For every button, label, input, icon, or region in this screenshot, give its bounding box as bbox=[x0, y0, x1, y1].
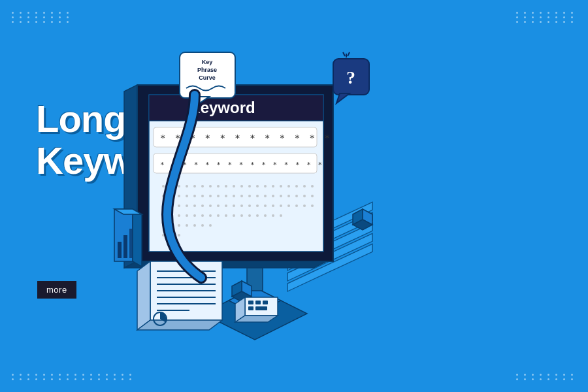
svg-point-48 bbox=[233, 195, 235, 197]
svg-rect-143 bbox=[255, 301, 261, 304]
svg-point-31 bbox=[256, 185, 259, 188]
svg-point-21 bbox=[178, 185, 180, 188]
svg-point-66 bbox=[217, 204, 220, 207]
svg-point-82 bbox=[186, 214, 188, 217]
svg-point-84 bbox=[201, 214, 204, 217]
svg-point-49 bbox=[240, 195, 243, 197]
svg-point-61 bbox=[178, 204, 180, 207]
svg-point-28 bbox=[233, 185, 235, 188]
svg-point-100 bbox=[201, 224, 204, 227]
svg-point-37 bbox=[303, 185, 306, 188]
svg-point-27 bbox=[225, 185, 227, 188]
svg-point-55 bbox=[287, 195, 290, 197]
svg-point-81 bbox=[178, 214, 180, 217]
svg-point-68 bbox=[233, 204, 235, 207]
svg-point-41 bbox=[178, 195, 180, 197]
svg-point-64 bbox=[201, 204, 204, 207]
svg-point-65 bbox=[209, 204, 212, 207]
svg-point-74 bbox=[280, 204, 282, 207]
svg-point-85 bbox=[209, 214, 212, 217]
svg-point-71 bbox=[256, 204, 259, 207]
svg-point-36 bbox=[295, 185, 298, 188]
svg-point-35 bbox=[287, 185, 290, 188]
svg-point-29 bbox=[240, 185, 243, 188]
svg-point-86 bbox=[217, 214, 220, 217]
svg-text:?: ? bbox=[346, 67, 355, 88]
dots-bottom-right bbox=[516, 374, 576, 380]
svg-text:* * * * * * * * * * * * * * *: * * * * * * * * * * * * * * * bbox=[160, 161, 323, 169]
svg-line-135 bbox=[348, 52, 350, 56]
svg-point-88 bbox=[233, 214, 235, 217]
svg-point-23 bbox=[193, 185, 196, 188]
svg-rect-142 bbox=[248, 301, 253, 304]
svg-marker-106 bbox=[137, 261, 150, 330]
svg-point-62 bbox=[186, 204, 188, 207]
svg-point-87 bbox=[225, 214, 227, 217]
svg-rect-122 bbox=[118, 242, 122, 258]
svg-point-42 bbox=[186, 195, 188, 197]
svg-point-101 bbox=[209, 224, 212, 227]
svg-point-58 bbox=[311, 195, 314, 197]
illustration: Keyword * * * * * * * * * * * * * * * * … bbox=[52, 20, 412, 359]
svg-point-91 bbox=[256, 214, 259, 217]
svg-rect-145 bbox=[248, 306, 253, 310]
svg-rect-123 bbox=[123, 235, 127, 258]
svg-point-38 bbox=[311, 185, 314, 188]
svg-point-56 bbox=[295, 195, 298, 197]
svg-marker-107 bbox=[137, 320, 222, 330]
svg-point-43 bbox=[193, 195, 196, 197]
svg-point-92 bbox=[264, 214, 267, 217]
svg-point-50 bbox=[248, 195, 251, 197]
svg-point-75 bbox=[287, 204, 290, 207]
svg-point-19 bbox=[162, 185, 165, 188]
svg-rect-144 bbox=[263, 301, 268, 304]
svg-point-72 bbox=[264, 204, 267, 207]
svg-line-134 bbox=[343, 52, 345, 56]
svg-point-32 bbox=[264, 185, 267, 188]
svg-point-94 bbox=[280, 214, 282, 217]
svg-point-46 bbox=[217, 195, 220, 197]
svg-point-44 bbox=[201, 195, 204, 197]
svg-point-26 bbox=[217, 185, 220, 188]
svg-point-97 bbox=[178, 224, 180, 227]
svg-point-33 bbox=[272, 185, 274, 188]
svg-point-93 bbox=[272, 214, 274, 217]
svg-marker-120 bbox=[133, 209, 142, 267]
svg-text:Curve: Curve bbox=[199, 74, 216, 81]
svg-point-22 bbox=[186, 185, 188, 188]
svg-point-98 bbox=[186, 224, 188, 227]
svg-point-78 bbox=[311, 204, 314, 207]
svg-point-76 bbox=[295, 204, 298, 207]
svg-point-69 bbox=[240, 204, 243, 207]
svg-point-34 bbox=[280, 185, 282, 188]
svg-point-45 bbox=[209, 195, 212, 197]
svg-point-73 bbox=[272, 204, 274, 207]
svg-point-25 bbox=[209, 185, 212, 188]
svg-text:Key: Key bbox=[202, 59, 213, 65]
svg-point-24 bbox=[201, 185, 204, 188]
svg-point-99 bbox=[193, 224, 196, 227]
svg-text:Phrase: Phrase bbox=[197, 67, 217, 73]
svg-point-53 bbox=[272, 195, 274, 197]
svg-point-63 bbox=[193, 204, 196, 207]
svg-point-89 bbox=[240, 214, 243, 217]
dots-bottom-left bbox=[12, 374, 135, 380]
dots-top-right bbox=[516, 12, 576, 23]
svg-point-30 bbox=[248, 185, 251, 188]
svg-point-57 bbox=[303, 195, 306, 197]
svg-point-54 bbox=[280, 195, 282, 197]
svg-rect-146 bbox=[255, 306, 267, 310]
svg-point-52 bbox=[264, 195, 267, 197]
svg-point-67 bbox=[225, 204, 227, 207]
svg-point-104 bbox=[178, 234, 180, 237]
svg-point-47 bbox=[225, 195, 227, 197]
svg-point-77 bbox=[303, 204, 306, 207]
svg-rect-124 bbox=[129, 229, 133, 258]
svg-point-51 bbox=[256, 195, 259, 197]
svg-point-83 bbox=[193, 214, 196, 217]
svg-point-90 bbox=[248, 214, 251, 217]
svg-point-70 bbox=[248, 204, 251, 207]
